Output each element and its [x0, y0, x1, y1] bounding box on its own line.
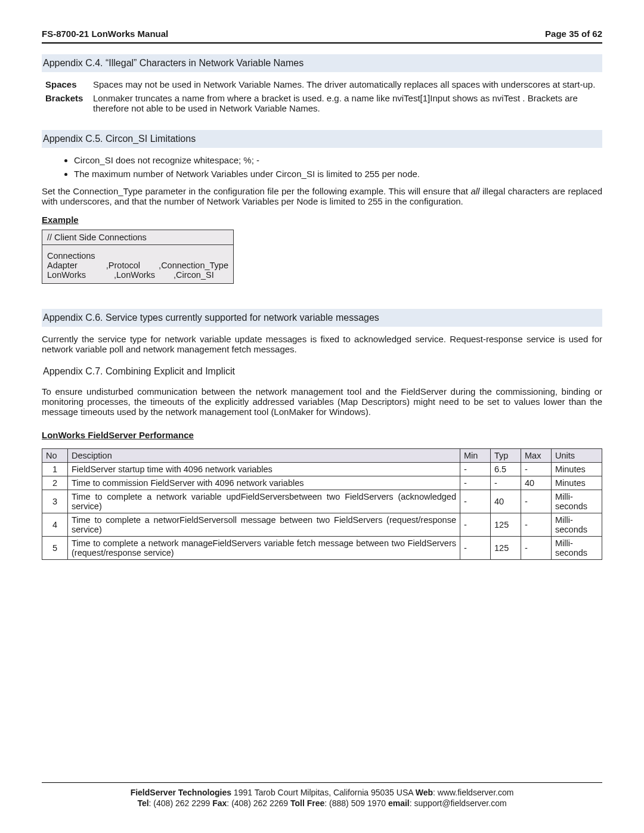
code-row-headers: Adapter ,Protocol ,Connection_Type [47, 261, 228, 270]
def-term-brackets: Brackets [45, 93, 93, 113]
table-row: 4Time to complete a networFieldServersol… [42, 513, 602, 537]
cell-typ: 125 [491, 537, 521, 560]
page-footer: FieldServer Technologies 1991 Tarob Cour… [42, 780, 602, 809]
footer-web: : www.fieldserver.com [433, 788, 513, 797]
header-right: Page 35 of 62 [545, 29, 602, 39]
cell-typ: 125 [491, 513, 521, 537]
code-row-comment: // Client Side Connections [42, 230, 233, 245]
c5-para-ital: all [470, 186, 479, 196]
cell-no: 4 [42, 513, 68, 537]
cell-desc: Time to complete a network manageFieldSe… [68, 537, 460, 560]
cell-units: Milli-seconds [552, 513, 602, 537]
perf-table: No Desciption Min Typ Max Units 1FieldSe… [42, 448, 602, 560]
c5-bullets: Circon_SI does not recognize whitespace;… [42, 155, 602, 179]
c5-para-before: Set the Connection_Type parameter in the… [42, 186, 470, 196]
page-header: FS-8700-21 LonWorks Manual Page 35 of 62 [42, 29, 602, 39]
footer-email-label: email [388, 798, 410, 808]
cell-desc: Time to commission FieldServer with 4096… [68, 476, 460, 490]
heading-c7: Appendix C.7. Combining Explicit and Imp… [42, 363, 602, 380]
code-row-values: LonWorks ,LonWorks ,Circon_SI [47, 270, 228, 280]
footer-tel: : (408) 262 2299 [149, 798, 213, 808]
cell-units: Minutes [552, 476, 602, 490]
footer-fax-label: Fax [212, 798, 227, 808]
def-text-spaces: Spaces may not be used in Network Variab… [93, 79, 602, 89]
cell-min: - [460, 513, 491, 537]
code-h3: ,Connection_Type [159, 261, 228, 270]
footer-tel-label: Tel [137, 798, 148, 808]
def-text-brackets: Lonmaker truncates a name from where a b… [93, 93, 602, 113]
cell-units: Milli-seconds [552, 537, 602, 560]
cell-units: Milli-seconds [552, 490, 602, 513]
header-left: FS-8700-21 LonWorks Manual [42, 29, 168, 39]
th-no: No [42, 449, 68, 463]
code-box: // Client Side Connections Connections A… [42, 230, 234, 284]
cell-min: - [460, 537, 491, 560]
def-spaces: Spaces Spaces may not be used in Network… [42, 79, 602, 89]
cell-max: - [521, 463, 552, 476]
cell-min: - [460, 476, 491, 490]
footer-address: 1991 Tarob Court Milpitas, California 95… [231, 788, 416, 797]
cell-desc: Time to complete a network variable updF… [68, 490, 460, 513]
def-brackets: Brackets Lonmaker truncates a name from … [42, 93, 602, 113]
c5-para: Set the Connection_Type parameter in the… [42, 186, 602, 206]
perf-heading: LonWorks FieldServer Performance [42, 430, 602, 440]
footer-email: : support@fieldserver.com [410, 798, 507, 808]
cell-max: - [521, 490, 552, 513]
cell-typ: 40 [491, 490, 521, 513]
table-row: 2Time to commission FieldServer with 409… [42, 476, 602, 490]
code-v3: ,Circon_SI [174, 270, 228, 280]
cell-no: 5 [42, 537, 68, 560]
th-desc: Desciption [68, 449, 460, 463]
cell-typ: 6.5 [491, 463, 521, 476]
table-row: 5Time to complete a network manageFieldS… [42, 537, 602, 560]
cell-max: - [521, 537, 552, 560]
c7-para: To ensure undisturbed communication betw… [42, 386, 602, 417]
cell-max: - [521, 513, 552, 537]
heading-c4: Appendix C.4. “Illegal” Characters in Ne… [42, 54, 602, 72]
footer-tollfree: : (888) 509 1970 [324, 798, 388, 808]
heading-c6: Appendix C.6. Service types currently su… [42, 309, 602, 327]
cell-units: Minutes [552, 463, 602, 476]
th-units: Units [552, 449, 602, 463]
th-min: Min [460, 449, 491, 463]
cell-no: 2 [42, 476, 68, 490]
code-h2: ,Protocol [106, 261, 159, 270]
code-connections: Connections [47, 251, 228, 261]
footer-company: FieldServer Technologies [131, 788, 231, 797]
footer-tollfree-label: Toll Free [290, 798, 324, 808]
heading-c5: Appendix C.5. Circon_SI Limitations [42, 130, 602, 148]
c5-bullet-2: The maximum number of Network Variables … [74, 169, 602, 179]
th-max: Max [521, 449, 552, 463]
header-rule [42, 42, 602, 44]
footer-rule [42, 782, 602, 783]
c6-para: Currently the service type for network v… [42, 334, 602, 354]
cell-no: 3 [42, 490, 68, 513]
th-typ: Typ [491, 449, 521, 463]
footer-web-label: Web [416, 788, 433, 797]
def-term-spaces: Spaces [45, 79, 93, 89]
example-label: Example [42, 215, 602, 225]
cell-no: 1 [42, 463, 68, 476]
cell-desc: FieldServer startup time with 4096 netwo… [68, 463, 460, 476]
code-v2: ,LonWorks [114, 270, 174, 280]
table-row: 3Time to complete a network variable upd… [42, 490, 602, 513]
code-h1: Adapter [47, 261, 106, 270]
c5-bullet-1: Circon_SI does not recognize whitespace;… [74, 155, 602, 165]
cell-min: - [460, 463, 491, 476]
cell-max: 40 [521, 476, 552, 490]
cell-desc: Time to complete a networFieldServersoll… [68, 513, 460, 537]
footer-fax: : (408) 262 2269 [227, 798, 290, 808]
table-row: 1FieldServer startup time with 4096 netw… [42, 463, 602, 476]
code-v1: LonWorks [47, 270, 114, 280]
cell-min: - [460, 490, 491, 513]
cell-typ: - [491, 476, 521, 490]
